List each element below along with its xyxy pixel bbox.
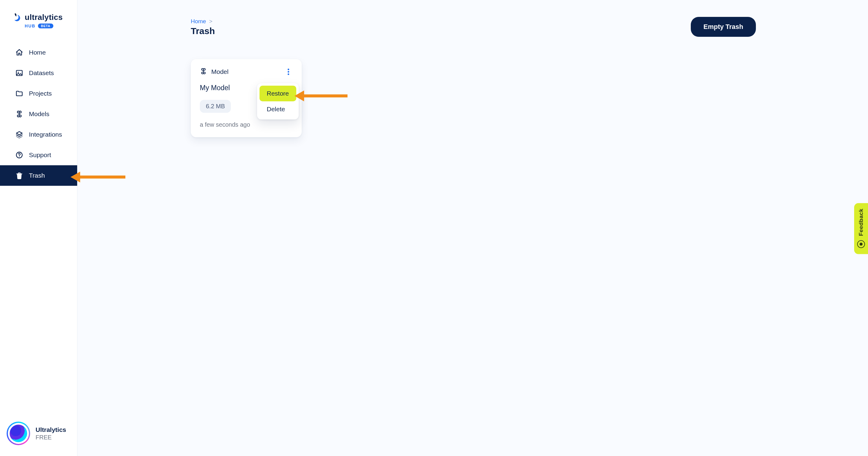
feedback-label: Feedback <box>858 209 864 236</box>
command-icon <box>200 67 207 76</box>
sidebar-item-trash[interactable]: Trash <box>0 165 77 186</box>
home-icon <box>15 48 24 57</box>
sidebar-item-integrations[interactable]: Integrations <box>0 124 77 145</box>
sidebar-item-datasets[interactable]: Datasets <box>0 63 77 83</box>
user-plan: FREE <box>36 434 66 441</box>
svg-point-6 <box>287 73 289 75</box>
trash-icon <box>15 171 24 180</box>
sidebar-item-label: Datasets <box>29 69 54 77</box>
card-size-badge: 6.2 MB <box>200 100 231 113</box>
smile-icon <box>857 240 865 248</box>
sidebar-item-home[interactable]: Home <box>0 42 77 63</box>
layers-icon <box>15 130 24 139</box>
brand-mark-icon <box>13 12 22 22</box>
user-name: Ultralytics <box>36 426 66 433</box>
card-timestamp: a few seconds ago <box>200 121 293 128</box>
card-menu-button[interactable] <box>284 67 293 76</box>
empty-trash-button[interactable]: Empty Trash <box>691 17 756 37</box>
sidebar-item-models[interactable]: Models <box>0 104 77 124</box>
brand-name: ultralytics <box>25 13 63 22</box>
page-header: Home > Trash Empty Trash <box>78 0 868 36</box>
breadcrumb-separator: > <box>209 18 213 25</box>
sidebar: ultralytics HUB BETA Home Datasets Proje… <box>0 0 78 456</box>
feedback-tab[interactable]: Feedback <box>854 203 868 254</box>
svg-point-1 <box>18 72 19 73</box>
avatar <box>7 422 30 445</box>
folder-icon <box>15 89 24 98</box>
page-title: Trash <box>191 26 215 36</box>
sidebar-item-label: Home <box>29 49 46 56</box>
main: Home > Trash Empty Trash Model My Model … <box>78 0 868 456</box>
help-icon <box>15 151 24 159</box>
sidebar-item-label: Integrations <box>29 131 62 138</box>
breadcrumb: Home > <box>191 18 215 25</box>
sidebar-item-label: Models <box>29 110 50 118</box>
brand-sub-badge: BETA <box>38 24 53 28</box>
sidebar-item-projects[interactable]: Projects <box>0 83 77 104</box>
sidebar-item-support[interactable]: Support <box>0 145 77 165</box>
sidebar-nav: Home Datasets Projects Models Integratio <box>0 42 77 186</box>
menu-item-delete[interactable]: Delete <box>259 101 296 117</box>
card-context-menu: Restore Delete <box>257 83 299 119</box>
svg-point-3 <box>19 156 20 157</box>
command-icon <box>15 110 24 118</box>
menu-item-restore[interactable]: Restore <box>259 86 296 101</box>
image-icon <box>15 69 24 77</box>
svg-point-5 <box>287 71 289 73</box>
breadcrumb-home[interactable]: Home <box>191 18 206 25</box>
brand-sub-hub: HUB <box>25 24 36 28</box>
sidebar-item-label: Trash <box>29 172 45 179</box>
annotation-arrow-restore <box>295 90 347 101</box>
sidebar-item-label: Support <box>29 151 51 159</box>
svg-point-4 <box>287 68 289 70</box>
brand-logo[interactable]: ultralytics HUB BETA <box>0 0 77 36</box>
sidebar-item-label: Projects <box>29 90 52 97</box>
card-type-label: Model <box>211 68 228 76</box>
sidebar-user[interactable]: Ultralytics FREE <box>0 415 77 456</box>
